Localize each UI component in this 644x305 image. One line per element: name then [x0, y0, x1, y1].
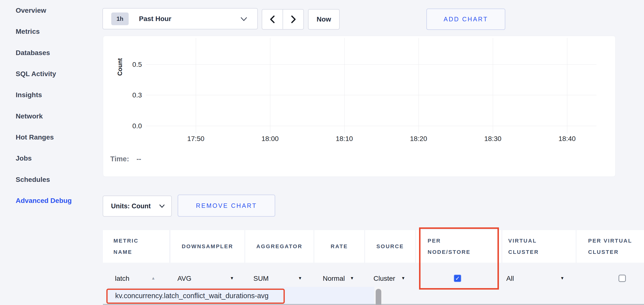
sidebar-item-insights[interactable]: Insights: [16, 91, 42, 99]
caret-down-icon[interactable]: ▼: [350, 276, 354, 281]
header-source: SOURCE: [365, 230, 415, 263]
time-range-selector[interactable]: 1h Past Hour: [102, 8, 258, 29]
x-tick-1830: 18:30: [478, 135, 508, 143]
units-dropdown[interactable]: Units: Count: [103, 196, 172, 217]
gridline: [344, 38, 344, 133]
downsampler-select[interactable]: AVG: [178, 275, 192, 283]
x-tick-1750: 17:50: [181, 135, 210, 143]
chart-hover-time: Time: --: [110, 155, 141, 163]
gridline: [196, 38, 196, 133]
sidebar-item-hot-ranges[interactable]: Hot Ranges: [16, 133, 54, 141]
chart-panel: Count 0.5 0.3 0.0 17:50 18:00 18:10 18:2…: [103, 36, 616, 177]
chevron-down-icon: [159, 204, 165, 208]
advanced-debug-custom-chart-page: Overview Metrics Databases SQL Activity …: [0, 0, 644, 305]
sidebar-item-metrics[interactable]: Metrics: [16, 28, 40, 35]
chevron-left-icon: [268, 15, 277, 24]
gridline: [146, 126, 596, 126]
sidebar-item-sql-activity[interactable]: SQL Activity: [16, 70, 56, 78]
x-tick-1820: 18:20: [404, 135, 433, 143]
time-prev-button[interactable]: [262, 9, 283, 30]
gridline: [418, 38, 419, 133]
header-downsampler: DOWNSAMPLER: [170, 230, 244, 263]
caret-down-icon[interactable]: ▼: [560, 276, 564, 281]
per-node-store-checkbox[interactable]: ✓: [454, 275, 461, 282]
header-virtual-cluster: VIRTUAL CLUSTER: [502, 230, 576, 263]
source-select[interactable]: Cluster: [374, 275, 395, 283]
header-metric-name: METRIC NAME: [103, 230, 169, 263]
header-aggregator: AGGREGATOR: [245, 230, 314, 263]
gridline: [493, 38, 493, 133]
x-tick-1810: 18:10: [330, 135, 359, 143]
check-icon: ✓: [455, 275, 460, 282]
gridline: [567, 38, 567, 133]
now-button[interactable]: Now: [308, 9, 340, 30]
header-per-virtual-cluster: PER VIRTUAL CLUSTER: [576, 230, 644, 263]
gridline: [146, 95, 596, 95]
sidebar-item-overview[interactable]: Overview: [16, 6, 46, 14]
bottom-divider: [103, 304, 644, 305]
remove-chart-button[interactable]: REMOVE CHART: [178, 195, 275, 217]
rate-select[interactable]: Normal: [323, 275, 345, 283]
gridline: [146, 64, 596, 65]
header-rate: RATE: [314, 230, 364, 263]
per-virtual-cluster-checkbox[interactable]: [618, 275, 626, 282]
metric-suggestion-item[interactable]: kv.concurrency.latch_conflict_wait_durat…: [115, 292, 268, 300]
sidebar-item-network[interactable]: Network: [16, 112, 43, 120]
x-tick-1840: 18:40: [552, 135, 582, 143]
metric-suggestion-dropdown: kv.concurrency.latch_conflict_wait_durat…: [107, 287, 374, 305]
sidebar-item-databases[interactable]: Databases: [16, 49, 50, 57]
time-range-badge: 1h: [111, 12, 129, 25]
dropdown-scrollbar-thumb[interactable]: [376, 289, 381, 305]
add-chart-button[interactable]: ADD CHART: [426, 8, 505, 30]
chevron-down-icon: [240, 16, 248, 22]
y-tick-0_0: 0.0: [120, 122, 142, 130]
y-tick-0_3: 0.3: [120, 91, 142, 99]
chevron-right-icon: [289, 15, 298, 24]
time-label: Time:: [110, 155, 129, 163]
header-per-node-store: PER NODE/STORE: [416, 230, 502, 263]
caret-down-icon[interactable]: ▼: [298, 276, 302, 281]
gridline: [270, 38, 270, 133]
caret-down-icon[interactable]: ▼: [401, 276, 405, 281]
sidebar-item-advanced-debug[interactable]: Advanced Debug: [16, 197, 72, 205]
caret-up-icon[interactable]: ▲: [151, 276, 155, 281]
time-range-label: Past Hour: [139, 15, 171, 23]
aggregator-select[interactable]: SUM: [254, 275, 268, 283]
units-dropdown-value: Units: Count: [111, 202, 151, 210]
virtual-cluster-select[interactable]: All: [506, 275, 514, 283]
metric-name-input[interactable]: latch: [115, 275, 130, 283]
sidebar-item-jobs[interactable]: Jobs: [16, 154, 32, 162]
time-next-button[interactable]: [282, 9, 304, 30]
time-value: --: [136, 155, 141, 163]
y-tick-0_5: 0.5: [120, 61, 142, 68]
x-tick-1800: 18:00: [255, 135, 285, 143]
sidebar-item-schedules[interactable]: Schedules: [16, 176, 50, 184]
caret-down-icon[interactable]: ▼: [230, 276, 234, 281]
